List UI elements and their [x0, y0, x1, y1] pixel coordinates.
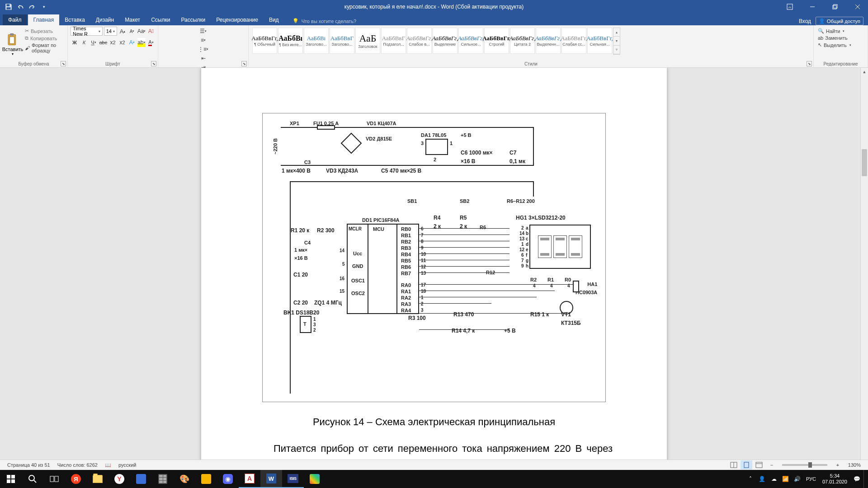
- taskbar-app-explorer[interactable]: [87, 470, 108, 488]
- tab-mailings[interactable]: Рассылки: [175, 14, 211, 25]
- zoom-value[interactable]: 130%: [844, 462, 864, 468]
- tab-view[interactable]: Вид: [264, 14, 284, 25]
- taskbar-app-misc[interactable]: [304, 470, 326, 488]
- styles-dialog-launcher[interactable]: ⬊: [807, 61, 812, 66]
- scroll-up-button[interactable]: ▲: [861, 68, 868, 75]
- select-button[interactable]: ↖Выделить▾: [816, 42, 853, 48]
- qat-undo[interactable]: [16, 3, 24, 11]
- style-quote[interactable]: АаБбВвГг,Цитата 2: [510, 28, 535, 54]
- italic-button[interactable]: К: [80, 38, 88, 47]
- tab-home[interactable]: Главная: [28, 14, 60, 25]
- font-color-button[interactable]: A▾: [147, 38, 155, 47]
- zoom-in-button[interactable]: +: [832, 460, 844, 469]
- taskbar-app-word[interactable]: W: [260, 470, 282, 488]
- strikethrough-button[interactable]: abc: [99, 38, 108, 47]
- font-name-combo[interactable]: Times New R▾: [71, 27, 103, 36]
- tray-volume-icon[interactable]: 🔊: [793, 470, 802, 488]
- bold-button[interactable]: Ж: [71, 38, 79, 47]
- underline-button[interactable]: Ч▾: [90, 38, 98, 47]
- change-case-button[interactable]: Aa▾: [137, 27, 146, 36]
- status-language[interactable]: русский: [115, 462, 140, 468]
- numbering-button[interactable]: ≡▾: [161, 36, 245, 45]
- style-intense-emphasis[interactable]: АаБбВвГг,Сильное...: [458, 28, 483, 54]
- taskbar-app-paint[interactable]: 🎨: [174, 470, 195, 488]
- tray-show-hidden-icon[interactable]: ˄: [745, 470, 755, 488]
- style-subtitle[interactable]: АаБбВвГПодзагол...: [381, 28, 406, 54]
- shrink-font-button[interactable]: A▾: [128, 27, 136, 36]
- tray-onedrive-icon[interactable]: ☁: [769, 470, 779, 488]
- start-button[interactable]: [0, 470, 22, 488]
- paste-button[interactable]: Вставить ▾: [3, 27, 23, 61]
- ribbon-display-options[interactable]: [779, 0, 800, 14]
- tray-people-icon[interactable]: 👤: [757, 470, 767, 488]
- view-print-layout[interactable]: [741, 460, 752, 469]
- tab-insert[interactable]: Вставка: [59, 14, 90, 25]
- close-button[interactable]: [847, 0, 868, 14]
- style-subtle-emphasis[interactable]: АаБбВвГг,Слабое в...: [407, 28, 432, 54]
- paragraph-dialog-launcher[interactable]: ⬊: [241, 61, 247, 66]
- style-subtle-ref[interactable]: АаБбВвГг,Слабая сс...: [561, 28, 586, 54]
- style-emphasis[interactable]: АаБбВвГг,Выделение: [433, 28, 458, 54]
- replace-button[interactable]: abЗаменить: [816, 35, 853, 41]
- text-effects-button[interactable]: A▾: [128, 38, 136, 47]
- view-web-layout[interactable]: [753, 460, 765, 469]
- status-spellcheck[interactable]: 📖: [101, 462, 115, 468]
- style-intense-ref[interactable]: АаБбВвГг,Сильная...: [587, 28, 612, 54]
- task-view-button[interactable]: [43, 470, 65, 488]
- qat-redo[interactable]: [28, 3, 36, 11]
- style-normal[interactable]: АаБбВвГг,¶ Обычный: [252, 28, 277, 54]
- search-button[interactable]: [22, 470, 43, 488]
- tab-references[interactable]: Ссылки: [146, 14, 175, 25]
- zoom-slider[interactable]: [782, 464, 827, 466]
- style-heading2[interactable]: АаБбВвГЗаголово...: [330, 28, 354, 54]
- tab-layout[interactable]: Макет: [119, 14, 146, 25]
- tray-notifications-icon[interactable]: 💬: [852, 470, 862, 488]
- scroll-thumb[interactable]: [862, 149, 867, 176]
- taskbar-app-game[interactable]: [195, 470, 217, 488]
- show-desktop-button[interactable]: [863, 470, 866, 488]
- vertical-scrollbar[interactable]: ▲ ▼: [860, 68, 868, 474]
- copy-button[interactable]: ⧉Копировать: [24, 35, 65, 42]
- bullets-button[interactable]: ☰▾: [161, 27, 245, 36]
- taskbar-app-yandex-circle[interactable]: Я: [65, 470, 87, 488]
- taskbar-app-isis[interactable]: ISIS: [282, 470, 304, 488]
- decrease-indent-button[interactable]: ⇤: [161, 54, 245, 63]
- tray-clock[interactable]: 5:34 07.01.2020: [820, 473, 850, 485]
- taskbar-app-discord[interactable]: ◉: [217, 470, 239, 488]
- font-dialog-launcher[interactable]: ⬊: [151, 61, 156, 66]
- share-button[interactable]: 👤 Общий доступ: [816, 17, 863, 25]
- font-size-combo[interactable]: 14▾: [104, 27, 117, 36]
- qat-customize[interactable]: ▾: [40, 3, 48, 11]
- taskbar-app-autocad[interactable]: A: [239, 470, 260, 488]
- tab-design[interactable]: Дизайн: [90, 14, 119, 25]
- taskbar-app-antivirus[interactable]: [130, 470, 152, 488]
- clear-formatting-button[interactable]: A⃠: [147, 27, 155, 36]
- multilevel-button[interactable]: ⋮≡▾: [161, 45, 245, 54]
- status-page[interactable]: Страница 40 из 51: [4, 462, 54, 468]
- sign-in-link[interactable]: Вход: [799, 18, 811, 24]
- styles-gallery-expand[interactable]: ▴▾▿: [613, 28, 620, 55]
- tab-review[interactable]: Рецензирование: [211, 14, 264, 25]
- tell-me-search[interactable]: 💡 Что вы хотите сделать?: [290, 17, 359, 25]
- qat-save[interactable]: [5, 3, 13, 11]
- style-heading1[interactable]: АаБбВıЗаголово...: [304, 28, 329, 54]
- status-word-count[interactable]: Число слов: 6262: [54, 462, 101, 468]
- tray-network-icon[interactable]: 📶: [781, 470, 791, 488]
- cut-button[interactable]: ✂Вырезать: [24, 28, 65, 34]
- tray-language[interactable]: РУС: [804, 470, 818, 488]
- grow-font-button[interactable]: A▴: [118, 27, 127, 36]
- taskbar-app-yandex-browser[interactable]: Y: [108, 470, 130, 488]
- superscript-button[interactable]: x2: [118, 38, 127, 47]
- style-nospacing[interactable]: АаБбВı¶ Без инте...: [278, 28, 303, 54]
- style-title[interactable]: АаБЗаголовок: [355, 28, 380, 54]
- tab-file[interactable]: Файл: [3, 14, 27, 25]
- maximize-button[interactable]: [825, 0, 845, 14]
- view-read-mode[interactable]: [728, 460, 740, 469]
- highlight-button[interactable]: ab▾: [137, 38, 146, 47]
- zoom-slider-thumb[interactable]: [808, 462, 812, 468]
- document-area[interactable]: XP1 FU1 0,25 А VD1 КЦ407А VD2 Д815Е DA1 …: [0, 68, 868, 474]
- taskbar-app-calculator[interactable]: [152, 470, 174, 488]
- minimize-button[interactable]: [802, 0, 823, 14]
- schematic-image[interactable]: XP1 FU1 0,25 А VD1 КЦ407А VD2 Д815Е DA1 …: [262, 113, 606, 402]
- zoom-out-button[interactable]: −: [766, 460, 778, 469]
